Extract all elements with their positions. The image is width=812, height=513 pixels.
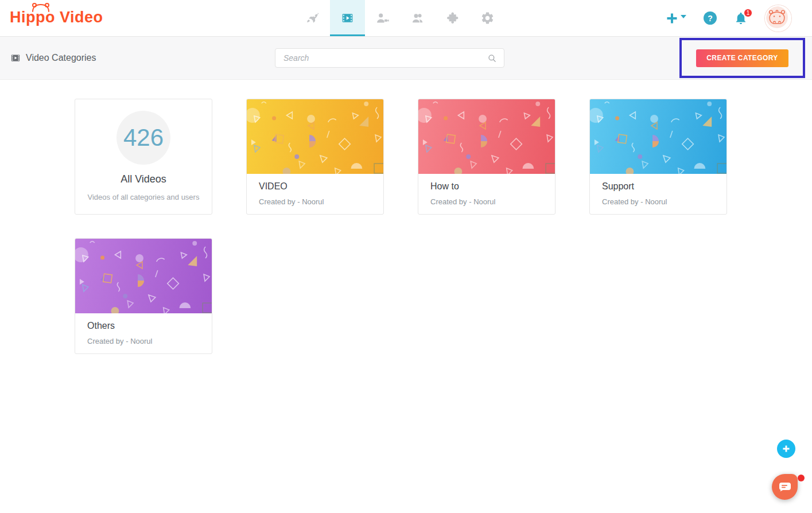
hippo-head-doodle-icon: [30, 2, 51, 12]
page-header-bar: Video Categories CREATE CATEGORY: [0, 37, 812, 80]
tab-getting-started[interactable]: [295, 0, 330, 36]
chat-bubble-icon: [779, 482, 791, 492]
plus-icon: [665, 11, 679, 25]
user-video-icon: [375, 11, 390, 25]
tab-settings[interactable]: [470, 0, 505, 36]
chat-notification-dot: [798, 475, 805, 481]
hippo-video-logo[interactable]: Hippo Video: [10, 7, 103, 28]
category-card-body: Support Created by - Noorul: [590, 174, 726, 206]
chevron-down-icon: [681, 15, 686, 18]
gear-icon: [480, 11, 495, 25]
category-grid: 426 All Videos Videos of all categories …: [75, 99, 727, 354]
topbar-actions: ? 1: [665, 0, 791, 36]
question-mark-icon: ?: [708, 14, 713, 23]
rocket-icon: [305, 11, 320, 25]
category-card[interactable]: Others Created by - Noorul: [75, 238, 212, 354]
notification-badge: 1: [744, 9, 752, 17]
category-thumbnail: [247, 99, 383, 174]
hippo-avatar-icon: [766, 6, 788, 28]
tab-my-videos[interactable]: [365, 0, 400, 36]
confetti-pattern-icon: [418, 99, 555, 174]
page-title-label: Video Categories: [26, 53, 96, 63]
create-menu-button[interactable]: [665, 11, 686, 25]
all-videos-title: All Videos: [121, 173, 166, 185]
video-count: 426: [123, 124, 164, 151]
all-videos-description: Videos of all categories and users: [88, 193, 200, 201]
search-icon: [487, 53, 497, 63]
search-box: [275, 48, 504, 68]
category-title: Others: [87, 321, 200, 331]
puzzle-icon: [445, 11, 460, 25]
category-created-by: Created by - Noorul: [430, 197, 543, 206]
all-videos-card[interactable]: 426 All Videos Videos of all categories …: [75, 99, 212, 215]
create-category-button[interactable]: CREATE CATEGORY: [696, 49, 788, 67]
annotation-highlight-box: CREATE CATEGORY: [679, 38, 805, 78]
search-input[interactable]: [282, 53, 487, 63]
category-created-by: Created by - Noorul: [602, 197, 714, 206]
category-card-body: VIDEO Created by - Noorul: [247, 174, 383, 206]
confetti-pattern-icon: [75, 239, 212, 313]
category-thumbnail: [75, 239, 212, 313]
film-icon: [340, 11, 355, 25]
category-card-body: Others Created by - Noorul: [75, 313, 212, 345]
brand-name: Hippo Video: [10, 7, 103, 28]
category-created-by: Created by - Noorul: [259, 197, 371, 206]
category-card[interactable]: VIDEO Created by - Noorul: [246, 99, 384, 215]
main-nav-tabs: [295, 0, 505, 36]
category-created-by: Created by - Noorul: [87, 337, 200, 345]
category-card-body: How to Created by - Noorul: [418, 174, 555, 206]
confetti-pattern-icon: [247, 99, 383, 174]
category-card[interactable]: How to Created by - Noorul: [418, 99, 555, 215]
category-thumbnail: [590, 99, 726, 174]
confetti-pattern-icon: [590, 99, 726, 174]
help-button[interactable]: ?: [704, 11, 717, 25]
tab-video-categories[interactable]: [330, 0, 365, 36]
tab-contacts[interactable]: [400, 0, 435, 36]
category-thumbnail: [418, 99, 555, 174]
page-title: Video Categories: [10, 37, 96, 79]
video-count-circle: 426: [116, 111, 170, 165]
category-title: How to: [430, 181, 543, 192]
chat-widget-button[interactable]: [772, 474, 798, 500]
add-floating-button[interactable]: [777, 440, 795, 458]
category-card[interactable]: Support Created by - Noorul: [589, 99, 727, 215]
category-title: VIDEO: [259, 181, 371, 192]
plus-icon: [782, 445, 790, 453]
film-strip-icon: [10, 53, 21, 63]
top-navigation-bar: Hippo Video: [0, 0, 812, 37]
user-headset-icon: [410, 11, 425, 25]
notifications-button[interactable]: 1: [734, 11, 748, 25]
tab-integrations[interactable]: [435, 0, 470, 36]
user-avatar[interactable]: [765, 5, 791, 32]
category-title: Support: [602, 181, 714, 192]
